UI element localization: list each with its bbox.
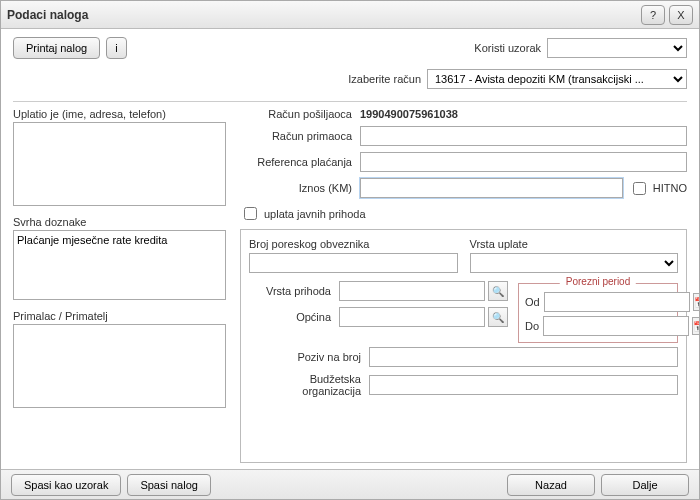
back-button[interactable]: Nazad [507, 474, 595, 496]
payment-ref-label: Referenca plaćanja [240, 156, 360, 168]
tax-period-legend: Porezni period [560, 276, 636, 287]
footer: Spasi kao uzorak Spasi nalog Nazad Dalje [1, 469, 699, 499]
purpose-label: Svrha doznake [13, 216, 226, 228]
amount-label: Iznos (KM) [240, 182, 360, 194]
municipality-label: Općina [249, 311, 339, 323]
period-to-calendar-button[interactable]: 📅 [692, 317, 699, 335]
recipient-account-input[interactable] [360, 126, 687, 146]
left-column: Uplatio je (ime, adresa, telefon) Svrha … [13, 108, 226, 463]
help-button[interactable]: ? [641, 5, 665, 25]
revenue-type-label: Vrsta prihoda [249, 285, 339, 297]
template-select[interactable] [547, 38, 687, 58]
right-column: Račun pošiljaoca 1990490075961038 Račun … [240, 108, 687, 463]
purpose-textarea[interactable]: Plaćanje mjesečne rate kredita [13, 230, 226, 300]
calendar-icon: 📅 [694, 297, 699, 308]
search-icon: 🔍 [492, 312, 504, 323]
revenue-type-input[interactable] [339, 281, 485, 301]
tax-no-label: Broj poreskog obveznika [249, 238, 458, 250]
period-from-input[interactable] [544, 292, 690, 312]
budget-org-label: Budžetska organizacija [249, 373, 369, 397]
save-order-button[interactable]: Spasi nalog [127, 474, 211, 496]
next-button[interactable]: Dalje [601, 474, 689, 496]
titlebar: Podaci naloga ? X [1, 1, 699, 29]
window-title: Podaci naloga [7, 8, 637, 22]
payer-label: Uplatio je (ime, adresa, telefon) [13, 108, 226, 120]
period-to-input[interactable] [543, 316, 689, 336]
period-to-label: Do [525, 320, 543, 332]
municipality-lookup-button[interactable]: 🔍 [488, 307, 508, 327]
public-revenue-checkbox[interactable] [244, 207, 257, 220]
revenue-type-lookup-button[interactable]: 🔍 [488, 281, 508, 301]
save-template-button[interactable]: Spasi kao uzorak [11, 474, 121, 496]
urgent-label: HITNO [653, 182, 687, 194]
calendar-icon: 📅 [693, 321, 699, 332]
toolbar: Printaj nalog i Koristi uzorak [1, 29, 699, 63]
budget-org-input[interactable] [369, 375, 678, 395]
divider [13, 101, 687, 102]
recipient-account-label: Račun primaoca [240, 130, 360, 142]
sender-account-label: Račun pošiljaoca [240, 108, 360, 120]
account-label: Izaberite račun [348, 73, 427, 85]
payee-label: Primalac / Primatelj [13, 310, 226, 322]
close-button[interactable]: X [669, 5, 693, 25]
payment-type-select[interactable] [470, 253, 679, 273]
period-from-label: Od [525, 296, 544, 308]
tax-period-box: Porezni period Od 📅 Do 📅 [518, 283, 678, 343]
sender-account-value: 1990490075961038 [360, 108, 687, 120]
public-revenue-group: Broj poreskog obveznika Vrsta uplate Vrs… [240, 229, 687, 463]
municipality-input[interactable] [339, 307, 485, 327]
call-no-input[interactable] [369, 347, 678, 367]
urgent-checkbox[interactable] [633, 182, 646, 195]
public-revenue-label: uplata javnih prihoda [264, 208, 366, 220]
search-icon: 🔍 [492, 286, 504, 297]
print-button[interactable]: Printaj nalog [13, 37, 100, 59]
payer-textarea[interactable] [13, 122, 226, 206]
tax-no-input[interactable] [249, 253, 458, 273]
account-select[interactable]: 13617 - Avista depoziti KM (transakcijsk… [427, 69, 687, 89]
period-from-calendar-button[interactable]: 📅 [693, 293, 699, 311]
call-no-label: Poziv na broj [249, 351, 369, 363]
payment-type-label: Vrsta uplate [470, 238, 679, 250]
info-button[interactable]: i [106, 37, 126, 59]
dialog-window: Podaci naloga ? X Printaj nalog i Korist… [0, 0, 700, 500]
amount-input[interactable] [360, 178, 623, 198]
form-body: Uplatio je (ime, adresa, telefon) Svrha … [1, 108, 699, 469]
payee-textarea[interactable] [13, 324, 226, 408]
payment-ref-input[interactable] [360, 152, 687, 172]
template-label: Koristi uzorak [474, 42, 547, 54]
